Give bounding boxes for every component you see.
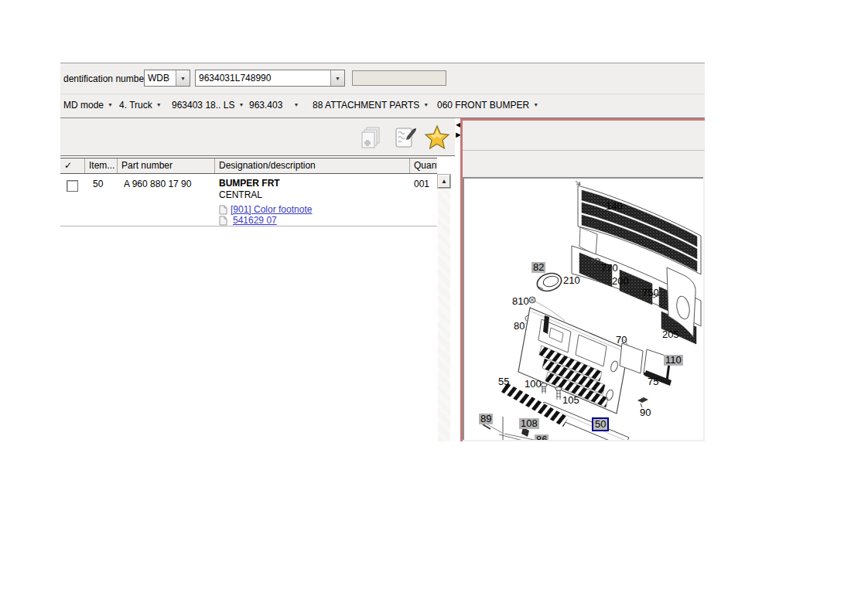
- callout-50[interactable]: 50: [592, 417, 609, 431]
- aux-disabled-input[interactable]: [352, 70, 446, 86]
- illustration-header-band: [463, 121, 705, 151]
- callout-108[interactable]: 108: [519, 418, 539, 429]
- vin-input-value[interactable]: 9634031L748990: [196, 73, 330, 83]
- row-part-number: A 960 880 17 90: [124, 179, 191, 189]
- row-quantity: 001: [414, 179, 429, 189]
- illustration-subheader-band: [463, 151, 705, 177]
- notes-icon[interactable]: [391, 124, 418, 151]
- breadcrumb-item-md-mode[interactable]: MD mode▼: [63, 100, 113, 111]
- wmi-code-value: WDB: [145, 73, 176, 83]
- callout-140[interactable]: 140: [606, 201, 623, 212]
- callout-200[interactable]: 200: [612, 276, 629, 287]
- footnote-number-link[interactable]: 541629 07: [231, 215, 277, 226]
- parts-list-panel: ✓ Item... Part number Designation/descri…: [60, 118, 455, 441]
- color-footnote-link[interactable]: [901] Color footnote: [231, 204, 312, 215]
- chevron-down-icon: ▼: [533, 102, 538, 107]
- scroll-up-button[interactable]: ▲: [438, 175, 450, 188]
- row-checkbox[interactable]: [67, 180, 78, 192]
- parts-toolbar: [60, 118, 455, 156]
- chevron-down-icon: ▼: [156, 102, 162, 107]
- chevron-down-icon: ▼: [238, 102, 244, 107]
- callout-810[interactable]: 810: [512, 296, 529, 307]
- row-designation-sub: CENTRAL: [219, 189, 262, 200]
- row-designation-title: BUMPER FRT: [219, 178, 280, 189]
- callout-86[interactable]: 86: [535, 434, 548, 440]
- column-header-designation[interactable]: Designation/description: [215, 158, 410, 173]
- footnote-link-row: 541629 07: [219, 215, 277, 226]
- chevron-down-icon: ▼: [423, 102, 429, 107]
- column-header-check[interactable]: ✓: [60, 158, 85, 173]
- parts-table-header: ✓ Item... Part number Designation/descri…: [60, 158, 437, 174]
- breadcrumb-item-series[interactable]: 963.403▼: [249, 100, 299, 111]
- callout-55[interactable]: 55: [498, 376, 509, 387]
- screen: dentification number WDB ▼ 9634031L74899…: [0, 0, 868, 613]
- table-scrollbar[interactable]: ▲: [438, 175, 450, 441]
- chevron-down-icon: ▼: [108, 102, 113, 107]
- chevron-down-icon: ▼: [293, 102, 299, 107]
- callout-770[interactable]: 770: [601, 263, 618, 274]
- panel-splitter[interactable]: ◄ ►: [455, 118, 460, 441]
- breadcrumb: MD mode▼ 4. Truck▼ 963403 18.. LS▼ 963.4…: [60, 94, 705, 118]
- vin-input-combo[interactable]: 9634031L748990 ▼: [195, 70, 345, 87]
- callout-100[interactable]: 100: [525, 379, 542, 390]
- callout-110[interactable]: 110: [664, 355, 683, 366]
- wmi-code-select[interactable]: WDB ▼: [144, 70, 190, 87]
- document-icon[interactable]: [219, 205, 227, 215]
- callout-75[interactable]: 75: [648, 376, 658, 387]
- identification-number-label: dentification number: [63, 73, 147, 84]
- row-item-number: 50: [93, 179, 103, 189]
- scroll-up-icon: ▲: [441, 178, 447, 185]
- callout-82[interactable]: 82: [531, 262, 545, 273]
- callout-205[interactable]: 205: [662, 329, 679, 340]
- epc-window-fragment: dentification number WDB ▼ 9634031L74899…: [60, 63, 705, 441]
- callout-80[interactable]: 80: [514, 321, 525, 332]
- table-row[interactable]: 50 A 960 880 17 90 BUMPER FRT CENTRAL 00…: [60, 173, 437, 226]
- illustration-panel: 1408277021020075081080702051107555100105…: [460, 118, 705, 441]
- chevron-down-icon[interactable]: ▼: [176, 70, 190, 86]
- callout-210[interactable]: 210: [563, 275, 580, 286]
- diagram-drawing: [464, 179, 703, 440]
- copy-parts-list-icon[interactable]: [357, 124, 384, 151]
- breadcrumb-item-model[interactable]: 963403 18.. LS▼: [172, 100, 244, 111]
- main-split-area: ✓ Item... Part number Designation/descri…: [60, 118, 705, 441]
- column-header-quantity[interactable]: Quantit: [410, 158, 437, 173]
- callout-90[interactable]: 90: [640, 407, 651, 418]
- document-icon[interactable]: [219, 216, 227, 226]
- breadcrumb-item-truck[interactable]: 4. Truck▼: [119, 100, 162, 111]
- callout-105[interactable]: 105: [562, 395, 579, 406]
- identification-bar: dentification number WDB ▼ 9634031L74899…: [60, 63, 705, 94]
- breadcrumb-item-group[interactable]: 88 ATTACHMENT PARTS▼: [313, 100, 429, 111]
- footnote-link-row: [901] Color footnote: [219, 204, 312, 215]
- column-header-part-number[interactable]: Part number: [118, 158, 215, 173]
- callout-89[interactable]: 89: [479, 414, 493, 424]
- column-header-item[interactable]: Item...: [85, 158, 118, 173]
- favorites-star-icon[interactable]: [424, 124, 450, 151]
- bumper-exploded-diagram: 1408277021020075081080702051107555100105…: [463, 177, 703, 440]
- callout-70[interactable]: 70: [616, 335, 627, 346]
- breadcrumb-item-subgroup[interactable]: 060 FRONT BUMPER▼: [437, 100, 538, 111]
- callout-750[interactable]: 750: [642, 288, 659, 298]
- chevron-down-icon[interactable]: ▼: [330, 70, 344, 86]
